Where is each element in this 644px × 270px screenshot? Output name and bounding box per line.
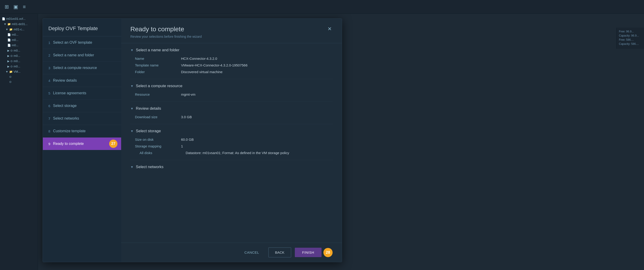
expand-icon: ▼: [4, 22, 6, 26]
label-resource: Resource: [135, 92, 181, 96]
vmfolder-icon: 📁: [9, 70, 13, 73]
sidebar-item-vm2[interactable]: 📄 m0...: [0, 37, 38, 43]
sidebar-item-res4[interactable]: ▶ ⊙ m0...: [0, 64, 38, 69]
step-8-num: 8: [48, 129, 50, 133]
step-5-label: License agreements: [53, 91, 86, 95]
section-storage: ▼ Select storage Size on disk 60.0 GB St…: [130, 129, 332, 160]
chevron-compute: ▼: [130, 84, 134, 88]
step-2-num: 2: [48, 53, 50, 57]
step-3[interactable]: 3 Select a compute resource: [43, 62, 121, 74]
vm-icon-2: 📄: [7, 38, 11, 42]
step-6[interactable]: 6 Select storage: [43, 100, 121, 112]
step-9-badge: 27: [109, 139, 118, 148]
value-resource: mgmt-vm: [181, 92, 196, 96]
expand-icon-3: ▶: [7, 49, 10, 52]
step-8[interactable]: 8 Customize template: [43, 125, 121, 137]
expand-icon-7: ▼: [6, 70, 8, 73]
chevron-name-folder: ▼: [130, 48, 134, 52]
expand-icon-6: ▶: [7, 65, 10, 68]
step-7-label: Select networks: [53, 116, 79, 121]
wizard-content: Ready to complete Review your selections…: [121, 19, 342, 262]
section-compute: ▼ Select a compute resource Resource mgm…: [130, 84, 332, 102]
row-storage-mapping: Storage mapping 1: [130, 143, 332, 149]
sidebar-item-dc01[interactable]: ▼ 📁 m01-dc01...: [0, 21, 38, 27]
row-size-on-disk: Size on disk 60.0 GB: [130, 136, 332, 143]
step-list: 1 Select an OVF template 2 Select a name…: [43, 36, 121, 262]
step-2-label: Select a name and folder: [53, 53, 94, 57]
label-download-size: Download size: [135, 115, 181, 119]
wizard-steps-panel: Deploy OVF Template 1 Select an OVF temp…: [43, 19, 121, 262]
content-footer: CANCEL BACK FINISH 28: [121, 243, 342, 262]
sidebar-item-vm3[interactable]: 📄 m0...: [0, 43, 38, 48]
step-1[interactable]: 1 Select an OVF template: [43, 36, 121, 49]
step-1-label: Select an OVF template: [53, 40, 92, 45]
stat-free-2: Free: 586....: [619, 38, 642, 41]
vm-icon-1: 📄: [7, 33, 11, 36]
expand-icon-5: ▶: [7, 60, 10, 63]
label-size-on-disk: Size on disk: [135, 137, 181, 141]
stat-capacity-2: Capacity: 586....: [619, 42, 642, 45]
row-resource: Resource mgmt-vm: [130, 91, 332, 98]
sidebar-item-cluster[interactable]: ▼ 📁 m01-c...: [0, 27, 38, 32]
value-template-name: VMware-HCX-Connector-4.3.2.0-19507566: [181, 63, 247, 67]
step-9[interactable]: 9 Ready to complete 27: [43, 137, 121, 150]
step-7[interactable]: 7 Select networks: [43, 112, 121, 125]
step-4-label: Review details: [53, 78, 77, 83]
section-name-folder-title: Select a name and folder: [136, 48, 180, 52]
section-review-title: Review details: [136, 106, 161, 111]
expand-icon-2: ▼: [6, 28, 8, 31]
step-3-num: 3: [48, 66, 50, 70]
sidebar-item-vm1[interactable]: 📄 m0...: [0, 32, 38, 37]
wizard-title: Deploy OVF Template: [43, 19, 121, 36]
sidebar-item-res1[interactable]: ▶ ⊙ m0...: [0, 48, 38, 53]
content-subtitle: Review your selections before finishing …: [130, 35, 202, 38]
vm-icon-3: 📄: [7, 44, 11, 47]
label-folder: Folder: [135, 70, 181, 74]
sidebar-item-vm-sub1[interactable]: ⊙: [0, 74, 38, 79]
sidebar-item-vmfolder[interactable]: ▼ 📁 VM...: [0, 69, 38, 74]
section-compute-header[interactable]: ▼ Select a compute resource: [130, 84, 332, 88]
section-review-header[interactable]: ▼ Review details: [130, 106, 332, 111]
step-5-num: 5: [48, 91, 50, 95]
label-storage-mapping: Storage mapping: [135, 144, 181, 148]
sidebar-item-vm-sub2[interactable]: ⊙: [0, 79, 38, 84]
chevron-review: ▼: [130, 107, 134, 110]
back-button[interactable]: BACK: [268, 248, 291, 257]
content-header: Ready to complete Review your selections…: [121, 19, 342, 43]
main-area: 📄 m01vc01.vcf... ▼ 📁 m01-dc01... ▼ 📁 m01…: [0, 14, 644, 270]
finish-button[interactable]: FINISH: [295, 248, 322, 257]
value-name: HCX-Connector-4.3.2.0: [181, 57, 217, 60]
finish-badge: 28: [324, 248, 332, 257]
content-title: Ready to complete: [130, 25, 202, 33]
square-icon[interactable]: ▣: [13, 4, 18, 10]
sidebar-item-res3[interactable]: ▶ ⊙ m0...: [0, 58, 38, 64]
chevron-networks: ▼: [130, 165, 134, 169]
top-bar: ⊞ ▣ ≡: [0, 0, 644, 14]
right-stats-panel: Free: 96.9... Capacity: 96.9... Free: 58…: [616, 28, 644, 49]
label-template-name: Template name: [135, 63, 181, 67]
section-networks-header[interactable]: ▼ Select networks: [130, 165, 332, 169]
row-all-disks: All disks Datastore: m01vsan01; Format: …: [130, 149, 332, 156]
row-download-size: Download size 3.0 GB: [130, 114, 332, 120]
step-8-label: Customize template: [53, 129, 86, 133]
section-storage-header[interactable]: ▼ Select storage: [130, 129, 332, 134]
content-body: ▼ Select a name and folder Name HCX-Conn…: [121, 43, 342, 243]
sidebar-item-vc01[interactable]: 📄 m01vc01.vcf...: [0, 16, 38, 21]
sidebar-item-res2[interactable]: ▶ ⊙ m0...: [0, 53, 38, 58]
circle-icon-2: ⊙: [10, 54, 13, 57]
dialog-container: Deploy OVF Template 1 Select an OVF temp…: [38, 14, 644, 270]
step-2[interactable]: 2 Select a name and folder: [43, 49, 121, 62]
cancel-button[interactable]: CANCEL: [239, 248, 265, 257]
close-button[interactable]: ✕: [326, 25, 332, 32]
label-all-disks: All disks: [140, 151, 186, 155]
section-name-folder-header[interactable]: ▼ Select a name and folder: [130, 48, 332, 52]
step-7-num: 7: [48, 117, 50, 121]
step-5[interactable]: 5 License agreements: [43, 87, 121, 100]
value-size-on-disk: 60.0 GB: [181, 137, 194, 141]
grid-icon[interactable]: ⊞: [4, 4, 9, 10]
step-4[interactable]: 4 Review details: [43, 74, 121, 87]
menu-icon[interactable]: ≡: [23, 4, 26, 10]
circle-icon-6: ⊙: [9, 80, 12, 84]
circle-icon-3: ⊙: [10, 60, 13, 63]
step-9-num: 9: [48, 142, 50, 146]
